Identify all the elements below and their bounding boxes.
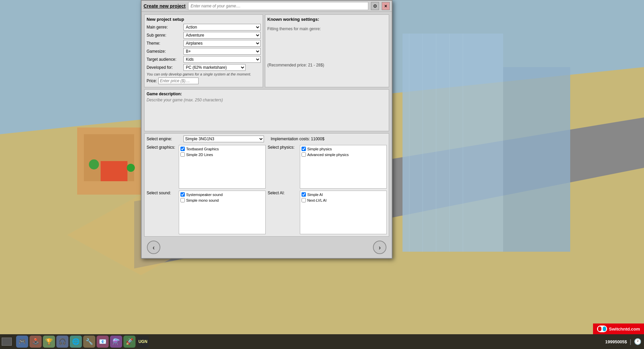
svg-rect-18	[598, 327, 601, 331]
ai-section: Select AI: Simple AI Next-LVL AI	[268, 191, 387, 234]
game-name-input[interactable]	[188, 2, 368, 10]
developed-for-label: Developed for:	[147, 65, 183, 70]
description-label: Game description:	[147, 92, 387, 96]
advanced-physics-checkbox[interactable]	[302, 152, 306, 157]
theme-select[interactable]: Airplanes	[183, 40, 261, 47]
svg-point-16	[127, 164, 135, 172]
taskbar-icon-wrench[interactable]: 🔧	[83, 336, 95, 348]
target-audience-select[interactable]: Kids	[183, 56, 261, 63]
taskbar-icon-controller[interactable]: 🕹️	[30, 336, 42, 348]
taskbar-icon-ugn[interactable]: UGN	[137, 336, 149, 348]
next-lvl-ai-row: Next-LVL AI	[302, 198, 385, 202]
textbased-graphics-checkbox[interactable]	[180, 147, 185, 151]
next-lvl-ai-checkbox[interactable]	[302, 198, 306, 202]
svg-rect-3	[402, 34, 503, 252]
taskbar-separator: |	[630, 338, 631, 345]
target-audience-label: Target audience:	[147, 57, 183, 62]
textbased-graphics-label: Textbased Graphics	[186, 147, 219, 151]
dialog-close-button[interactable]: ×	[382, 2, 390, 10]
components-grid: Select graphics: Textbased Graphics Simp…	[147, 145, 387, 234]
ai-box: Simple AI Next-LVL AI	[300, 191, 387, 234]
taskbar-left	[0, 334, 13, 349]
simple-2d-lines-row: Simple 2D Lines	[180, 152, 264, 157]
svg-rect-4	[503, 67, 570, 252]
main-genre-row: Main genre: Action	[147, 24, 261, 31]
taskbar-icons: 🎮 🕹️ 🏆 🎧 🌐 🔧 📧 ⚗️ 🚀 UGN	[16, 336, 149, 348]
sound-label: Select sound:	[147, 191, 177, 234]
sound-section: Select sound: Systemspeaker sound Simple…	[147, 191, 266, 234]
recommended-price: (Recommended price: 21 - 28$)	[267, 36, 387, 67]
prev-button[interactable]: ‹	[147, 241, 160, 254]
next-lvl-ai-label: Next-LVL AI	[307, 198, 326, 202]
simple-mono-sound-checkbox[interactable]	[180, 198, 185, 202]
switch-badge: Switchntd.com	[593, 323, 644, 334]
svg-point-15	[89, 159, 99, 169]
graphics-section: Select graphics: Textbased Graphics Simp…	[147, 145, 266, 189]
description-textarea[interactable]	[147, 98, 387, 128]
advanced-physics-label: Advanced simple physics	[307, 153, 349, 157]
dialog-icon-button[interactable]: ⚙	[371, 2, 379, 10]
physics-section: Select physics: Simple physics Advanced …	[268, 145, 387, 189]
gamesize-select[interactable]: B+	[183, 48, 261, 55]
dialog-titlebar: Create new project ⚙ ×	[142, 1, 392, 12]
main-genre-label: Main genre:	[147, 25, 183, 30]
price-label: Price:	[147, 79, 157, 83]
advanced-physics-row: Advanced simple physics	[302, 152, 385, 157]
systemspeaker-sound-checkbox[interactable]	[180, 192, 185, 197]
nav-buttons: ‹ ›	[144, 239, 389, 255]
impl-cost: Implementation costs: 11000$	[271, 137, 324, 141]
taskbar-icon-flask[interactable]: ⚗️	[110, 336, 122, 348]
simple-physics-row: Simple physics	[302, 147, 385, 151]
dialog-body: New project setup Main genre: Action Sub…	[142, 12, 392, 258]
fitting-themes-label: Fitting themes for main genre:	[267, 27, 387, 31]
taskbar-icon-gamepad[interactable]: 🎮	[16, 336, 28, 348]
new-project-panel: New project setup Main genre: Action Sub…	[144, 14, 263, 87]
money-display: 19995005$	[605, 339, 627, 344]
sound-box: Systemspeaker sound Simple mono sound	[179, 191, 266, 234]
sub-genre-label: Sub genre:	[147, 33, 183, 38]
top-section: New project setup Main genre: Action Sub…	[144, 14, 389, 87]
systemspeaker-sound-label: Systemspeaker sound	[186, 193, 223, 197]
ai-label: Select AI:	[268, 191, 298, 234]
known-settings-panel: Known working settings: Fitting themes f…	[265, 14, 389, 87]
theme-label: Theme:	[147, 41, 183, 46]
sub-genre-select[interactable]: Adventure	[183, 32, 261, 39]
simple-mono-sound-row: Simple mono sound	[180, 198, 264, 202]
simple-2d-lines-label: Simple 2D Lines	[186, 153, 213, 157]
develop-note: You can only develop games for a single …	[147, 72, 261, 76]
simple-mono-sound-label: Simple mono sound	[186, 198, 219, 202]
create-project-dialog: Create new project ⚙ × New project setup…	[141, 0, 392, 259]
dialog-title: Create new project	[144, 3, 185, 9]
simple-ai-row: Simple AI	[302, 192, 385, 197]
simple-2d-lines-checkbox[interactable]	[180, 152, 185, 157]
svg-rect-19	[603, 327, 606, 331]
bottom-section: Select engine: Simple 3NG1N3 Implementat…	[144, 133, 389, 237]
desktop-button[interactable]	[2, 338, 12, 346]
engine-select[interactable]: Simple 3NG1N3	[183, 136, 264, 142]
graphics-box: Textbased Graphics Simple 2D Lines	[179, 145, 266, 189]
simple-ai-checkbox[interactable]	[302, 192, 306, 197]
taskbar-icon-globe[interactable]: 🌐	[70, 336, 82, 348]
next-button[interactable]: ›	[373, 241, 386, 254]
physics-box: Simple physics Advanced simple physics	[300, 145, 387, 189]
simple-ai-label: Simple AI	[307, 193, 323, 197]
taskbar-icon-email[interactable]: 📧	[97, 336, 109, 348]
gamesize-label: Gamesize:	[147, 49, 183, 54]
simple-physics-label: Simple physics	[307, 147, 332, 151]
known-settings-content: Fitting themes for main genre: (Recommen…	[267, 24, 387, 67]
main-genre-select[interactable]: Action	[183, 24, 261, 31]
new-project-title: New project setup	[147, 17, 261, 22]
engine-label: Select engine:	[147, 137, 183, 141]
developed-for-select[interactable]: PC (62% marketshare)	[183, 64, 246, 71]
physics-label: Select physics:	[268, 145, 298, 189]
simple-physics-checkbox[interactable]	[302, 147, 306, 151]
taskbar-icon-rocket[interactable]: 🚀	[123, 336, 136, 348]
price-input[interactable]	[158, 78, 199, 84]
gamesize-row: Gamesize: B+	[147, 48, 261, 55]
taskbar-clock-icon: 🕐	[634, 338, 641, 345]
target-audience-row: Target audience: Kids	[147, 56, 261, 63]
taskbar-icon-headphones[interactable]: 🎧	[56, 336, 68, 348]
description-section: Game description:	[144, 89, 389, 131]
taskbar: 🎮 🕹️ 🏆 🎧 🌐 🔧 📧 ⚗️ 🚀 UGN 19995005$ | 🕐	[0, 334, 644, 349]
taskbar-icon-trophy[interactable]: 🏆	[43, 336, 55, 348]
